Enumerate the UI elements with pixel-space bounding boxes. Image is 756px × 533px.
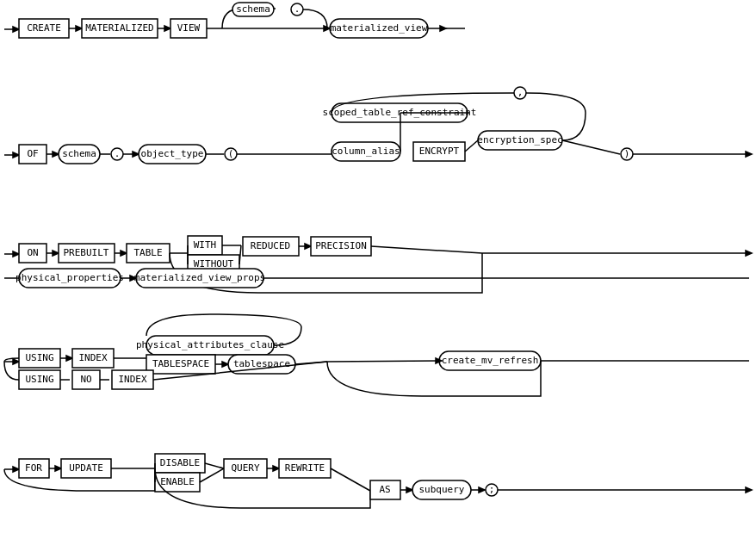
physical-props-label: physical_properties — [15, 272, 124, 283]
semicolon-label: ; — [489, 484, 495, 495]
svg-marker-71 — [13, 359, 19, 364]
svg-marker-106 — [273, 466, 279, 471]
object-type-label: object_type — [141, 148, 204, 159]
rewrite-label: REWRITE — [285, 462, 325, 474]
tablespace-kw-label: TABLESPACE — [152, 358, 209, 369]
enable-label: ENABLE — [160, 476, 195, 487]
svg-marker-4 — [76, 26, 82, 31]
svg-marker-42 — [746, 152, 752, 157]
close-paren-label: ) — [624, 148, 630, 159]
create-mv-refresh-label: create_mv_refresh — [442, 355, 539, 366]
svg-line-61 — [371, 246, 482, 253]
svg-marker-1 — [13, 27, 19, 32]
encrypt-label: ENCRYPT — [419, 146, 460, 157]
svg-line-36 — [465, 140, 478, 152]
tablespace-val-label: tablespace — [233, 358, 290, 369]
svg-marker-44 — [13, 251, 19, 257]
index-label-2: INDEX — [118, 374, 146, 385]
svg-marker-12 — [324, 26, 330, 31]
without-label: WITHOUT — [194, 258, 234, 270]
materialized-label: MATERIALIZED — [85, 22, 153, 34]
encryption-spec-label: encryption_spec — [477, 134, 562, 146]
svg-marker-7 — [164, 26, 170, 31]
svg-marker-18 — [13, 152, 19, 158]
materialized-view-label: materialized_view — [331, 22, 428, 34]
svg-line-39 — [562, 140, 620, 154]
using-label-2: USING — [25, 374, 53, 385]
svg-marker-63 — [746, 251, 752, 256]
svg-line-102 — [205, 463, 224, 468]
svg-line-108 — [331, 468, 370, 491]
index-label-1: INDEX — [78, 352, 107, 363]
phys-attr-clause-label: physical_attributes_clause — [136, 339, 284, 350]
svg-marker-94 — [13, 467, 19, 472]
precision-label: PRECISION — [315, 240, 367, 251]
table-label: TABLE — [133, 247, 162, 258]
svg-marker-26 — [133, 152, 139, 157]
schema-label-2: schema — [62, 148, 96, 159]
svg-marker-114 — [479, 487, 485, 493]
svg-marker-97 — [55, 466, 61, 471]
svg-marker-47 — [53, 251, 59, 256]
column-alias-label: column_alias — [332, 146, 400, 157]
dot-label-2: . — [115, 148, 121, 159]
svg-marker-74 — [66, 356, 72, 361]
open-paren-label: ( — [228, 148, 234, 159]
svg-line-90 — [327, 361, 439, 362]
mv-props-label: materialized_view_props — [134, 272, 265, 283]
svg-line-56 — [239, 245, 241, 264]
of-label: OF — [27, 148, 38, 159]
subquery-label: subquery — [419, 484, 465, 495]
svg-marker-15 — [440, 26, 446, 31]
no-label: NO — [80, 374, 91, 385]
query-label: QUERY — [231, 462, 259, 474]
using-label-1: USING — [25, 352, 53, 363]
prebuilt-label: PREBUILT — [64, 247, 109, 258]
reduced-label: REDUCED — [251, 240, 290, 251]
update-label: UPDATE — [69, 462, 103, 474]
disable-label: DISABLE — [160, 457, 200, 468]
as-label: AS — [379, 484, 390, 495]
comma-label-1: , — [517, 87, 524, 98]
on-label: ON — [27, 247, 38, 258]
svg-marker-80 — [222, 362, 228, 367]
svg-marker-111 — [406, 487, 412, 493]
schema-label-1: schema — [236, 3, 270, 15]
dot-label-1: . — [294, 3, 301, 15]
svg-marker-117 — [746, 487, 752, 493]
for-label: FOR — [25, 462, 42, 474]
view-label: VIEW — [177, 22, 201, 34]
svg-marker-59 — [305, 244, 311, 249]
svg-marker-50 — [121, 251, 127, 256]
with-label: WITH — [194, 239, 217, 251]
create-label: CREATE — [27, 22, 61, 34]
svg-marker-21 — [53, 152, 59, 157]
